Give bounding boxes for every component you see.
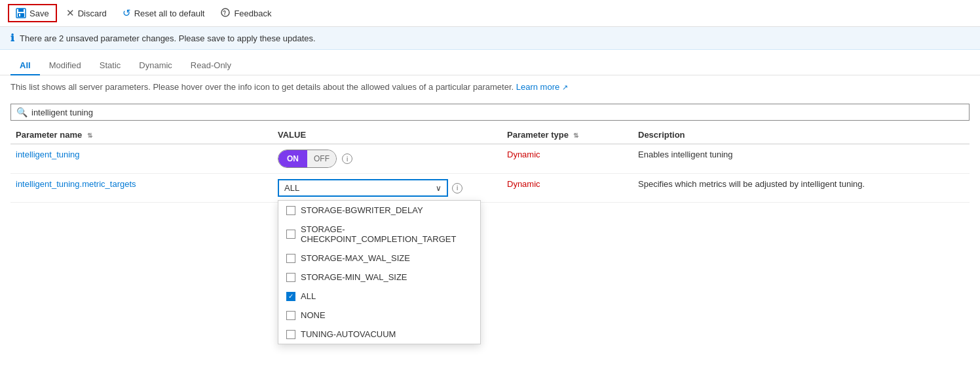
col-header-desc: Description	[633, 126, 970, 144]
feedback-label: Feedback	[234, 9, 271, 18]
param-name-cell-2: intelligent_tuning.metric_targets	[10, 174, 273, 203]
checkbox-2[interactable]	[286, 254, 295, 263]
learn-more-link[interactable]: Learn more ↗	[516, 82, 568, 92]
save-button[interactable]: Save	[8, 4, 57, 22]
description-text: This list shows all server parameters. P…	[10, 82, 516, 92]
param-description: Enables intelligent tuning	[638, 150, 733, 159]
info-circle-dropdown[interactable]: i	[452, 183, 462, 193]
table-row: intelligent_tuning ON OFF i Dynamic En	[10, 144, 970, 174]
checkbox-3[interactable]	[286, 273, 295, 282]
dropdown-item-6[interactable]: TUNING-AUTOVACUUM	[278, 325, 480, 344]
param-type: Dynamic	[507, 150, 540, 159]
info-icon: ℹ	[10, 32, 14, 44]
param-desc-cell: Enables intelligent tuning	[633, 144, 970, 174]
checkbox-6[interactable]	[286, 330, 295, 339]
svg-rect-3	[19, 14, 20, 16]
param-description-2: Specifies which metrics will be adjusted…	[638, 179, 865, 189]
discard-button[interactable]: ✕ Discard	[60, 5, 113, 22]
external-link-icon: ↗	[562, 83, 568, 91]
col-header-name: Parameter name ⇅	[10, 126, 273, 144]
reset-icon: ↺	[122, 7, 131, 19]
param-desc-cell-2: Specifies which metrics will be adjusted…	[633, 174, 970, 203]
dropdown-item-label-0: STORAGE-BGWRITER_DELAY	[301, 205, 423, 215]
description: This list shows all server parameters. P…	[0, 75, 980, 98]
parameters-table: Parameter name ⇅ VALUE Parameter type ⇅ …	[10, 126, 970, 203]
chevron-down-icon: ∨	[436, 184, 442, 193]
dropdown-value: ALL	[284, 183, 299, 193]
dropdown-item-2[interactable]: STORAGE-MAX_WAL_SIZE	[278, 249, 480, 268]
search-bar: 🔍	[0, 98, 980, 126]
sort-icon[interactable]: ⇅	[87, 132, 92, 139]
save-label: Save	[29, 9, 49, 18]
dropdown-item-label-2: STORAGE-MAX_WAL_SIZE	[301, 253, 410, 263]
table-header-row: Parameter name ⇅ VALUE Parameter type ⇅ …	[10, 126, 970, 144]
svg-rect-2	[18, 13, 24, 17]
tab-dynamic[interactable]: Dynamic	[130, 56, 181, 75]
reset-button[interactable]: ↺ Reset all to default	[116, 5, 212, 22]
param-name-link[interactable]: intelligent_tuning	[16, 150, 80, 159]
sort-icon-type[interactable]: ⇅	[573, 132, 578, 139]
param-value-cell-dropdown: ALL ∨ i STORAGE-BGWRITER_DELAY	[273, 174, 502, 203]
search-input-wrap: 🔍	[10, 104, 970, 121]
dropdown-item-label-5: NONE	[301, 310, 326, 320]
col-header-type: Parameter type ⇅	[502, 126, 633, 144]
svg-rect-1	[18, 9, 24, 12]
dropdown-item-label-1: STORAGE-CHECKPOINT_COMPLETION_TARGET	[301, 224, 472, 244]
param-type-cell: Dynamic	[502, 144, 633, 174]
dropdown-menu: STORAGE-BGWRITER_DELAY STORAGE-CHECKPOIN…	[278, 200, 481, 344]
param-type-cell-2: Dynamic	[502, 174, 633, 203]
table-row: intelligent_tuning.metric_targets ALL ∨ …	[10, 174, 970, 203]
param-value-cell-toggle: ON OFF i	[273, 144, 502, 174]
tab-modified[interactable]: Modified	[40, 56, 90, 75]
table-wrap: Parameter name ⇅ VALUE Parameter type ⇅ …	[0, 126, 980, 203]
dropdown-item-label-4: ALL	[301, 291, 316, 301]
dropdown-item-5[interactable]: NONE	[278, 306, 480, 325]
search-icon: 🔍	[16, 107, 28, 117]
discard-label: Discard	[78, 9, 107, 18]
dropdown-item-1[interactable]: STORAGE-CHECKPOINT_COMPLETION_TARGET	[278, 220, 480, 249]
col-header-value: VALUE	[273, 126, 502, 144]
param-type-2: Dynamic	[507, 179, 540, 189]
param-name-cell: intelligent_tuning	[10, 144, 273, 174]
tab-static[interactable]: Static	[90, 56, 130, 75]
checkbox-4[interactable]: ✓	[286, 292, 295, 301]
dropdown-item-label-6: TUNING-AUTOVACUUM	[301, 329, 396, 339]
dropdown-item-3[interactable]: STORAGE-MIN_WAL_SIZE	[278, 268, 480, 287]
reset-label: Reset all to default	[134, 9, 205, 18]
select-wrap: ALL ∨ i STORAGE-BGWRITER_DELAY	[278, 179, 497, 197]
toggle-control[interactable]: ON OFF	[278, 150, 337, 168]
info-circle-toggle[interactable]: i	[342, 153, 352, 164]
tab-all[interactable]: All	[10, 56, 40, 75]
info-message: There are 2 unsaved parameter changes. P…	[20, 33, 316, 43]
dropdown-item-label-3: STORAGE-MIN_WAL_SIZE	[301, 272, 407, 282]
toggle-on: ON	[278, 150, 307, 167]
dropdown-select[interactable]: ALL ∨	[278, 179, 448, 197]
info-bar: ℹ There are 2 unsaved parameter changes.…	[0, 27, 980, 50]
feedback-icon	[220, 7, 231, 20]
feedback-button[interactable]: Feedback	[214, 5, 278, 22]
checkbox-1[interactable]	[286, 230, 295, 239]
toggle-wrap: ON OFF i	[278, 150, 497, 168]
save-icon	[16, 8, 26, 18]
dropdown-item-4[interactable]: ✓ ALL	[278, 287, 480, 306]
search-input[interactable]	[31, 108, 964, 117]
discard-icon: ✕	[66, 7, 75, 19]
dropdown-item-0[interactable]: STORAGE-BGWRITER_DELAY	[278, 201, 480, 220]
checkbox-0[interactable]	[286, 206, 295, 215]
tab-readonly[interactable]: Read-Only	[181, 56, 240, 75]
checkbox-5[interactable]	[286, 311, 295, 320]
toggle-off: OFF	[307, 150, 336, 167]
param-name-link-2[interactable]: intelligent_tuning.metric_targets	[16, 179, 136, 189]
svg-point-5	[225, 14, 226, 15]
toolbar: Save ✕ Discard ↺ Reset all to default Fe…	[0, 0, 980, 27]
tabs: All Modified Static Dynamic Read-Only	[0, 50, 980, 75]
